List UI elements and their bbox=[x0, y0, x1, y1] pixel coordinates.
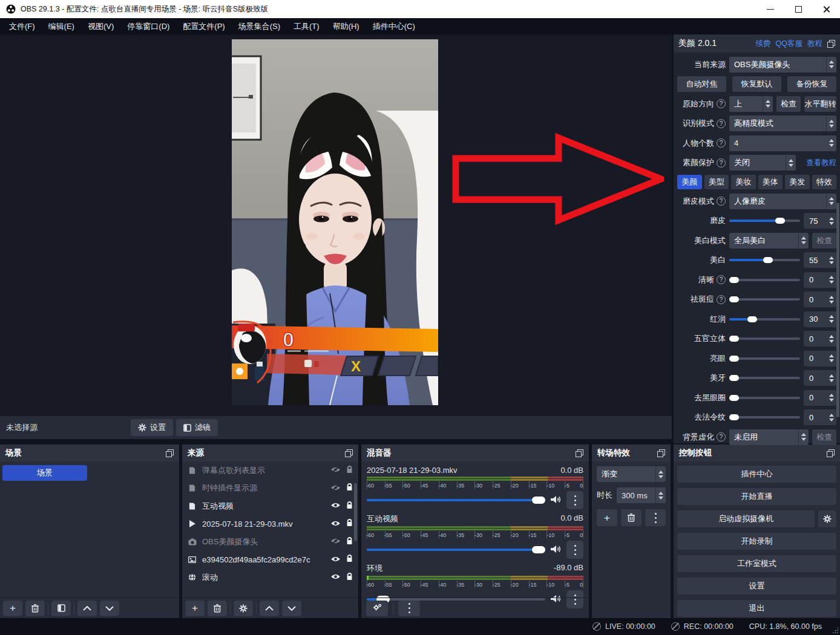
visibility-toggle-icon[interactable] bbox=[330, 484, 341, 493]
lock-toggle-icon[interactable] bbox=[346, 573, 353, 582]
visibility-toggle-icon[interactable] bbox=[330, 501, 341, 510]
source-properties-button[interactable]: 设置 bbox=[131, 419, 173, 436]
maximize-button[interactable] bbox=[784, 0, 812, 18]
start-streaming-button[interactable]: 开始直播 bbox=[677, 488, 836, 505]
rosy-slider[interactable] bbox=[729, 318, 800, 321]
smooth-mode-select[interactable]: 人像磨皮 bbox=[729, 194, 836, 209]
menu-tools[interactable]: 工具(T) bbox=[287, 18, 326, 34]
channel-menu-button[interactable] bbox=[566, 491, 583, 509]
transition-select[interactable]: 渐变 bbox=[597, 466, 666, 482]
scene-list-item[interactable]: 场景 bbox=[2, 465, 87, 481]
orientation-select[interactable]: 上 bbox=[729, 96, 773, 112]
current-source-select[interactable]: OBS美颜摄像头 bbox=[729, 57, 836, 73]
source-row[interactable]: e394502df49aa5fc2a99cd2e7c bbox=[182, 551, 358, 569]
exit-button[interactable]: 退出 bbox=[677, 600, 836, 617]
menu-docks[interactable]: 停靠窗口(D) bbox=[120, 18, 176, 34]
sources-scrollbar[interactable] bbox=[354, 483, 357, 541]
help-icon[interactable]: ? bbox=[717, 275, 726, 284]
virtual-camera-settings-button[interactable] bbox=[818, 510, 836, 527]
lock-toggle-icon[interactable] bbox=[346, 537, 353, 547]
spinner-arrows-icon[interactable] bbox=[826, 272, 836, 288]
start-virtual-camera-button[interactable]: 启动虚拟摄像机 bbox=[677, 510, 815, 527]
spinner-arrows-icon[interactable] bbox=[826, 311, 836, 327]
lock-toggle-icon[interactable] bbox=[346, 519, 353, 529]
menu-help[interactable]: 帮助(H) bbox=[326, 18, 366, 34]
spinner-arrows-icon[interactable] bbox=[655, 487, 666, 503]
blemish-slider[interactable] bbox=[729, 298, 800, 301]
source-row[interactable]: 互动视频 bbox=[182, 497, 358, 515]
mixer-settings-button[interactable] bbox=[366, 601, 388, 616]
spinner-arrows-icon[interactable] bbox=[826, 409, 836, 425]
spinner-arrows-icon[interactable] bbox=[826, 390, 836, 406]
backup-restore-button[interactable]: 备份恢复 bbox=[787, 76, 836, 92]
autofocus-button[interactable]: 自动对焦 bbox=[677, 76, 726, 92]
view-tutorial-link[interactable]: 查看教程 bbox=[799, 158, 836, 168]
whiten-value-spinbox[interactable]: 55 bbox=[804, 252, 836, 268]
plugin-center-button[interactable]: 插件中心 bbox=[677, 466, 836, 483]
remove-scene-button[interactable] bbox=[25, 601, 45, 616]
start-recording-button[interactable]: 开始录制 bbox=[677, 533, 836, 550]
source-properties-toolbar-button[interactable] bbox=[234, 601, 253, 616]
tab-reshape[interactable]: 美型 bbox=[704, 175, 729, 189]
add-transition-button[interactable]: + bbox=[597, 509, 617, 526]
duration-spinbox[interactable]: 300 ms bbox=[617, 487, 666, 503]
dark-circles-value-spinbox[interactable]: 0 bbox=[804, 390, 836, 406]
teeth-slider[interactable] bbox=[729, 377, 800, 379]
popout-icon[interactable] bbox=[576, 449, 583, 457]
menu-plugin-center[interactable]: 插件中心(C) bbox=[366, 18, 422, 34]
spinner-arrows-icon[interactable] bbox=[826, 331, 836, 347]
menu-edit[interactable]: 编辑(E) bbox=[42, 18, 81, 34]
speaker-icon[interactable] bbox=[550, 545, 562, 555]
move-source-up-button[interactable] bbox=[260, 601, 279, 616]
bg-blur-check-button[interactable]: 检查 bbox=[812, 429, 836, 445]
spinner-arrows-icon[interactable] bbox=[826, 213, 836, 229]
whiten-slider[interactable] bbox=[729, 259, 800, 261]
mixer-menu-button[interactable] bbox=[398, 601, 420, 616]
qq-support-link[interactable]: QQ客服 bbox=[776, 39, 802, 49]
popout-icon[interactable] bbox=[827, 449, 835, 457]
bright-eyes-slider[interactable] bbox=[729, 357, 800, 360]
menu-profile[interactable]: 配置文件(P) bbox=[176, 18, 231, 34]
restore-defaults-button[interactable]: 恢复默认 bbox=[732, 76, 781, 92]
move-source-down-button[interactable] bbox=[282, 601, 301, 616]
add-scene-button[interactable]: + bbox=[3, 601, 22, 616]
popout-icon[interactable] bbox=[345, 449, 353, 457]
volume-slider[interactable] bbox=[367, 499, 545, 501]
whiten-mode-select[interactable]: 全局美白 bbox=[729, 233, 809, 249]
bg-blur-select[interactable]: 未启用 bbox=[729, 429, 809, 445]
popout-icon[interactable] bbox=[827, 40, 835, 48]
clarity-value-spinbox[interactable]: 0 bbox=[804, 272, 836, 288]
spinner-arrows-icon[interactable] bbox=[826, 291, 836, 307]
bright-eyes-value-spinbox[interactable]: 0 bbox=[804, 351, 836, 366]
menu-view[interactable]: 视图(V) bbox=[81, 18, 120, 34]
speaker-icon[interactable] bbox=[550, 495, 562, 506]
makeup-protect-select[interactable]: 关闭 bbox=[729, 155, 796, 171]
tab-hair[interactable]: 美发 bbox=[785, 175, 810, 189]
dark-circles-slider[interactable] bbox=[729, 397, 800, 399]
help-icon[interactable]: ? bbox=[717, 138, 726, 148]
add-source-button[interactable]: + bbox=[185, 601, 205, 616]
rosy-value-spinbox[interactable]: 30 bbox=[804, 311, 836, 327]
renew-link[interactable]: 续费 bbox=[756, 39, 771, 49]
scene-filters-button[interactable] bbox=[51, 601, 71, 616]
facial-3d-slider[interactable] bbox=[729, 337, 800, 340]
source-row[interactable]: 2025-07-18 21-29-03.mkv bbox=[182, 515, 358, 533]
move-scene-up-button[interactable] bbox=[77, 601, 97, 616]
nasolabial-value-spinbox[interactable]: 0 bbox=[804, 409, 836, 425]
volume-slider[interactable] bbox=[367, 549, 545, 551]
teeth-value-spinbox[interactable]: 0 bbox=[804, 370, 836, 386]
lock-toggle-icon[interactable] bbox=[346, 501, 353, 511]
visibility-toggle-icon[interactable] bbox=[330, 537, 341, 546]
minimize-button[interactable] bbox=[756, 0, 784, 18]
detect-mode-select[interactable]: 高精度模式 bbox=[729, 116, 836, 131]
facial-3d-value-spinbox[interactable]: 0 bbox=[804, 331, 836, 347]
source-row[interactable]: OBS美颜摄像头 bbox=[182, 533, 358, 551]
help-icon[interactable]: ? bbox=[717, 119, 726, 128]
nasolabial-slider[interactable] bbox=[729, 416, 800, 418]
spinner-arrows-icon[interactable] bbox=[826, 252, 836, 268]
visibility-toggle-icon[interactable] bbox=[330, 466, 341, 475]
help-icon[interactable]: ? bbox=[717, 432, 726, 441]
tutorial-link[interactable]: 教程 bbox=[807, 39, 822, 49]
tab-body[interactable]: 美体 bbox=[758, 175, 783, 189]
remove-transition-button[interactable] bbox=[621, 509, 641, 526]
